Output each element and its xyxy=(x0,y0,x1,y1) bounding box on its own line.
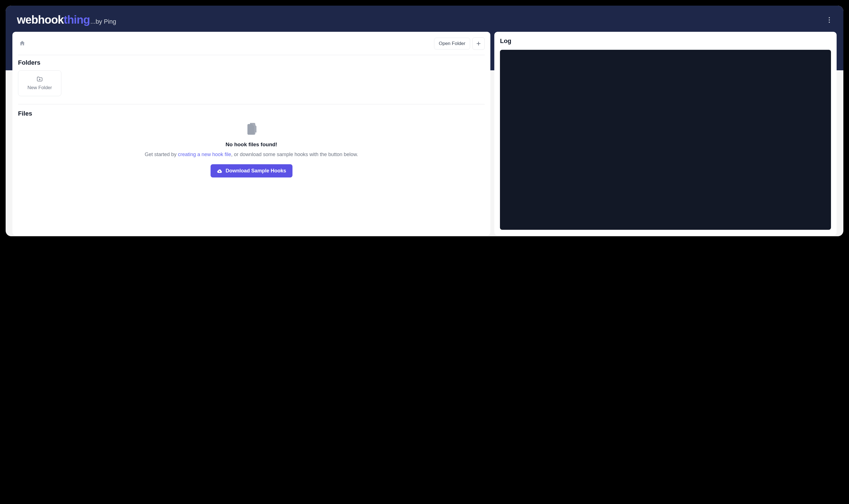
files-heading: Files xyxy=(18,110,485,117)
header: webhookthing ...by Ping xyxy=(6,6,843,32)
download-button-label: Download Sample Hooks xyxy=(226,168,286,174)
content-area: Open Folder Folders xyxy=(6,32,843,236)
folder-plus-icon xyxy=(37,76,43,82)
toolbar-actions: Open Folder xyxy=(434,37,485,50)
home-icon xyxy=(19,40,25,47)
logo: webhookthing ...by Ping xyxy=(17,14,116,26)
dot-icon xyxy=(829,19,830,20)
empty-state-title: No hook files found! xyxy=(225,142,277,148)
plus-icon xyxy=(476,41,481,47)
kebab-menu-button[interactable] xyxy=(827,15,832,25)
open-folder-button[interactable]: Open Folder xyxy=(434,38,470,50)
dot-icon xyxy=(829,17,830,18)
files-section: Files No hook files found! Get started b… xyxy=(18,109,485,178)
cloud-download-icon xyxy=(217,168,222,174)
logo-text-secondary: thing xyxy=(64,14,90,26)
empty-text-suffix: , or download some sample hooks with the… xyxy=(231,151,358,157)
dot-icon xyxy=(829,22,830,23)
documents-icon xyxy=(245,122,258,137)
main-panel: Open Folder Folders xyxy=(12,32,490,235)
empty-state: No hook files found! Get started by crea… xyxy=(18,121,485,178)
log-terminal[interactable] xyxy=(500,50,831,230)
logo-tagline: ...by Ping xyxy=(90,18,116,25)
toolbar: Open Folder xyxy=(18,37,485,55)
new-folder-button[interactable]: New Folder xyxy=(18,70,62,96)
empty-state-description: Get started by creating a new hook file,… xyxy=(145,151,358,158)
logo-text-primary: webhook xyxy=(17,14,64,26)
download-sample-hooks-button[interactable]: Download Sample Hooks xyxy=(211,164,293,178)
home-button[interactable] xyxy=(18,39,27,48)
log-heading: Log xyxy=(500,37,831,45)
folders-section: Folders New Folder xyxy=(18,59,485,104)
folders-heading: Folders xyxy=(18,59,485,66)
log-panel: Log xyxy=(494,32,837,235)
add-button[interactable] xyxy=(472,37,485,50)
empty-text-prefix: Get started by xyxy=(145,151,178,157)
create-hook-link[interactable]: creating a new hook file xyxy=(178,151,231,157)
app-window: webhookthing ...by Ping Open Folder xyxy=(6,6,843,236)
new-folder-label: New Folder xyxy=(28,85,52,91)
